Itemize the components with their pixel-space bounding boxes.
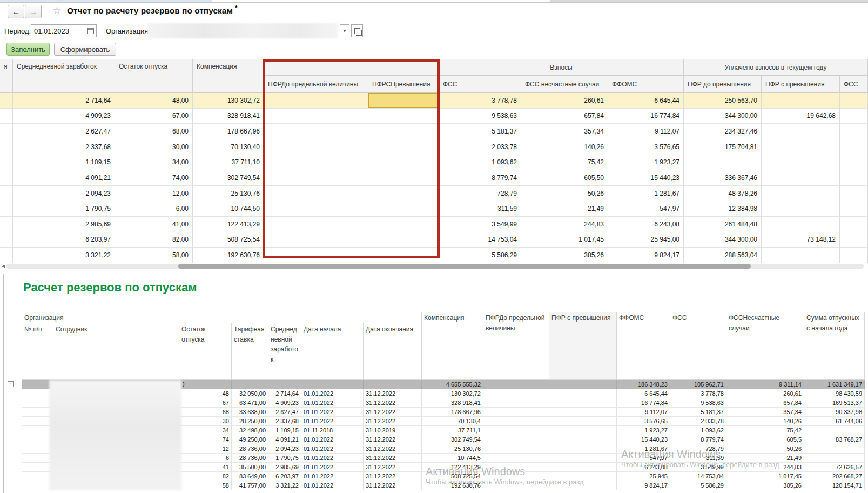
cell[interactable]	[804, 426, 865, 435]
cell[interactable]: 75,42	[726, 426, 804, 435]
calendar-button[interactable]	[84, 25, 96, 37]
cell[interactable]: 5 181,37	[439, 124, 521, 139]
cell[interactable]	[483, 444, 549, 454]
cell[interactable]: 385,26	[726, 481, 804, 490]
organization-dropdown-button[interactable]: ▾	[340, 24, 349, 37]
cell[interactable]	[0, 186, 13, 202]
cell[interactable]: 41,00	[115, 217, 193, 232]
cell[interactable]	[0, 232, 13, 248]
cell[interactable]: 01.01.2022	[301, 408, 364, 417]
cell[interactable]: 58,00	[115, 248, 193, 263]
cell[interactable]: 2 627,47	[268, 408, 301, 417]
scroll-left-icon[interactable]: ◄	[1, 263, 6, 269]
cell[interactable]: 30,00	[115, 139, 193, 155]
cell[interactable]: 01.01.2022	[301, 417, 364, 426]
cell[interactable]	[840, 155, 868, 171]
organization-open-button[interactable]	[351, 24, 363, 37]
group-total-cell[interactable]	[179, 380, 232, 389]
cell[interactable]: 8 779,74	[439, 170, 521, 186]
cell[interactable]: 70 130,40	[193, 139, 264, 155]
cell[interactable]: 9 112,07	[617, 408, 670, 417]
cell[interactable]	[762, 124, 840, 139]
cell[interactable]: 28 736,00	[232, 454, 268, 463]
cell[interactable]: 508 725,54	[422, 472, 483, 481]
cell[interactable]: 16 774,84	[608, 109, 684, 124]
organization-input[interactable]	[147, 23, 338, 38]
cell[interactable]: 41	[179, 463, 232, 472]
group-total-cell[interactable]	[364, 380, 422, 389]
cell[interactable]: 140,26	[726, 417, 804, 426]
cell[interactable]: 48,00	[115, 93, 193, 109]
cell[interactable]: 01.11.2018	[301, 426, 364, 435]
cell[interactable]	[368, 232, 439, 248]
cell[interactable]	[0, 248, 13, 263]
cell[interactable]: 2 714,64	[13, 93, 115, 109]
cell[interactable]: 31.12.2022	[364, 408, 422, 417]
cell[interactable]: 10 744,5	[422, 454, 483, 463]
cell[interactable]: 21,49	[521, 201, 608, 217]
group-total-cell[interactable]: 186 348,23	[617, 380, 670, 389]
cell[interactable]	[368, 201, 439, 217]
cell[interactable]: 48 378,26	[684, 186, 762, 202]
cell[interactable]: 311,59	[670, 454, 726, 463]
cell[interactable]	[762, 217, 840, 232]
group-total-cell[interactable]: 105 962,71	[670, 380, 726, 389]
cell[interactable]: 49 250,00	[232, 435, 268, 444]
cell[interactable]: 344 300,00	[684, 109, 762, 124]
cell[interactable]	[804, 444, 865, 454]
cell[interactable]	[549, 398, 617, 408]
tab-segment-active[interactable]	[0, 0, 212, 2]
cell[interactable]: 4 091,21	[268, 435, 301, 444]
cell[interactable]: 3 778,78	[670, 389, 726, 398]
cell[interactable]: 6 243,08	[617, 463, 670, 472]
cell[interactable]: 70 130,4	[422, 417, 483, 426]
cell[interactable]: 3 321,22	[13, 248, 115, 263]
cell[interactable]: 1 923,27	[617, 426, 670, 435]
cell[interactable]: 288 563,04	[684, 248, 762, 263]
cell[interactable]: 385,26	[521, 248, 608, 263]
cell[interactable]	[840, 201, 868, 217]
generate-button[interactable]: Сформировать	[54, 43, 116, 56]
cell[interactable]: 2 094,23	[268, 444, 301, 454]
cell[interactable]: 37 711,1	[422, 426, 483, 435]
cell[interactable]: 6 645,44	[617, 389, 670, 398]
cell[interactable]: 122 413,29	[422, 463, 483, 472]
cell[interactable]	[368, 124, 439, 139]
cell[interactable]: 4 909,23	[13, 109, 115, 124]
cell[interactable]: 12	[179, 444, 232, 454]
cell[interactable]: 728,79	[439, 186, 521, 202]
cell[interactable]	[483, 481, 549, 490]
cell[interactable]: 130 302,72	[193, 93, 264, 109]
cell[interactable]	[483, 408, 549, 417]
cell[interactable]: 34,00	[115, 155, 193, 171]
cell[interactable]	[549, 472, 617, 481]
cell[interactable]: 328 918,41	[422, 398, 483, 408]
horizontal-scrollbar[interactable]: ◄	[0, 263, 868, 270]
cell[interactable]	[264, 217, 368, 232]
cell[interactable]: 1 923,27	[608, 155, 684, 171]
cell[interactable]	[549, 426, 617, 435]
cell[interactable]: 28 250,00	[232, 417, 268, 426]
cell[interactable]: 34	[179, 426, 232, 435]
favorite-star-icon[interactable]: ☆	[52, 4, 62, 17]
cell[interactable]	[0, 170, 13, 186]
cell[interactable]	[549, 435, 617, 444]
cell[interactable]	[483, 417, 549, 426]
cell[interactable]: 67,00	[115, 109, 193, 124]
cell[interactable]	[483, 463, 549, 472]
cell[interactable]	[762, 170, 840, 186]
cell[interactable]: 74	[179, 435, 232, 444]
cell[interactable]	[840, 217, 868, 232]
cell[interactable]: 9 112,07	[608, 124, 684, 139]
group-total-cell[interactable]: 4 655 555,32	[422, 380, 483, 389]
cell[interactable]: 328 918,41	[193, 109, 264, 124]
cell[interactable]: 19 642,68	[762, 109, 840, 124]
cell[interactable]: 48	[179, 389, 232, 398]
cell[interactable]: 192 630,76	[193, 248, 264, 263]
cell[interactable]	[684, 155, 762, 171]
cell[interactable]: 10 744,50	[193, 201, 264, 217]
cell[interactable]	[549, 417, 617, 426]
cell[interactable]: 25 945	[617, 472, 670, 481]
cell[interactable]: 6 243,08	[608, 217, 684, 232]
cell[interactable]	[0, 217, 13, 232]
